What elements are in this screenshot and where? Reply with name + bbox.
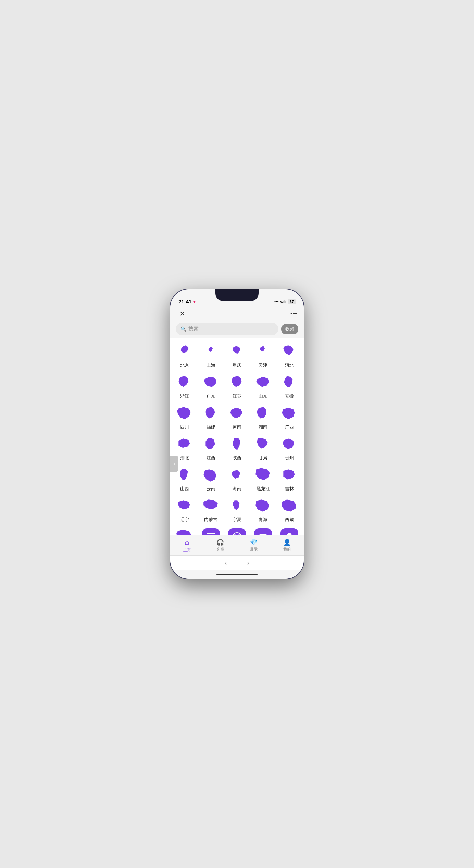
list-item[interactable]: 云南 [198,464,224,495]
jiangxi-label: 江西 [207,455,215,461]
search-area: 🔍 搜索 收藏 [170,322,304,338]
nav-service-label: 客服 [216,547,224,552]
more-button[interactable]: ••• [290,310,297,317]
list-item[interactable]: 看短剧 [224,526,250,535]
henan-label: 河南 [233,424,241,430]
svg-point-5 [234,534,236,535]
shanghai-icon [202,343,220,361]
list-item[interactable]: 新疆 [172,526,198,535]
status-icons: ▪▪▪ wifi 67 [274,299,296,304]
list-item[interactable]: 福建 [198,402,224,433]
home-bar [216,574,258,575]
list-item[interactable]: 黑龙江 [250,464,276,495]
jiangsu-icon [228,374,246,392]
henan-icon [228,405,246,423]
xiangshe-icon [202,528,220,535]
tianjin-label: 天津 [259,362,267,369]
list-item[interactable]: 四川 [172,402,198,433]
liaoning-icon [176,497,194,515]
hunan-icon [254,405,272,423]
collect-button[interactable]: 收藏 [281,324,298,334]
list-item[interactable]: 项目社 [198,526,224,535]
phone-frame: 21:41 ♥ ▪▪▪ wifi 67 ✕ ••• 🔍 搜索 收藏 [170,289,304,579]
main-content: › 北京 上海 [170,338,304,535]
list-item[interactable]: 山东 [250,371,276,402]
list-item[interactable]: 湖南 [250,402,276,433]
search-icon: 🔍 [180,326,186,332]
list-item[interactable]: 吉林 [276,464,302,495]
wifi-icon: wifi [280,299,286,304]
neimenggu-label: 内蒙古 [204,517,217,523]
list-item[interactable]: 江苏 [224,371,250,402]
list-item[interactable]: 安徽 [276,371,302,402]
home-indicator [170,570,304,579]
list-item[interactable]: 广东 [198,371,224,402]
guizhou-icon [280,436,298,454]
list-item[interactable]: 辽宁 [172,495,198,526]
yunnan-icon [202,467,220,484]
fujian-label: 福建 [207,424,215,430]
list-item[interactable]: 陕西 [224,433,250,464]
guangxi-label: 广西 [285,424,294,430]
list-item[interactable]: 甘肃 [250,433,276,464]
svg-point-6 [238,534,240,535]
duanju-icon [228,528,246,535]
sichuan-icon [176,405,194,423]
person-icon: 👤 [283,539,291,546]
guizhou-label: 贵州 [285,455,294,461]
hunan-label: 湖南 [259,424,267,430]
close-button[interactable]: ✕ [177,309,187,319]
chuangye-icon [280,528,298,535]
list-item[interactable]: 北京 [172,340,198,371]
list-item[interactable]: 浙江 [172,371,198,402]
notch [215,289,259,301]
anhui-icon [280,374,298,392]
list-item[interactable]: 内蒙古 [198,495,224,526]
province-grid: 北京 上海 重庆 [170,338,304,535]
back-button[interactable]: ‹ [225,559,227,567]
signal-icon: ▪▪▪ [274,299,279,304]
list-item[interactable]: 海南 [224,464,250,495]
list-item[interactable]: 上海 [198,340,224,371]
beijing-icon [176,343,194,361]
list-item[interactable]: 自媒体 [250,526,276,535]
forward-button[interactable]: › [247,559,249,567]
sichuan-label: 四川 [180,424,189,430]
nav-service[interactable]: 🎧 客服 [204,539,237,552]
ningxia-icon [228,497,246,515]
side-arrow[interactable]: › [170,456,178,472]
list-item[interactable]: 河南 [224,402,250,433]
list-item[interactable]: 江西 [198,433,224,464]
zhejiang-icon [176,374,194,392]
list-item[interactable]: 广西 [276,402,302,433]
list-item[interactable]: 青海 [250,495,276,526]
search-bar[interactable]: 🔍 搜索 [176,323,278,335]
anhui-label: 安徽 [285,393,294,399]
list-item[interactable]: 西藏 [276,495,302,526]
list-item[interactable]: 重庆 [224,340,250,371]
heilongjiang-label: 黑龙江 [257,486,270,492]
home-icon: ⌂ [185,538,189,547]
list-item[interactable]: 宁夏 [224,495,250,526]
zhejiang-label: 浙江 [180,393,189,399]
jiangxi-icon [202,436,220,454]
list-item[interactable]: 创业板块 [276,526,302,535]
time-display: 21:41 [178,299,191,304]
nav-showcase[interactable]: 💎 展示 [237,539,271,552]
xinjiang-icon [176,528,194,535]
list-item[interactable]: 贵州 [276,433,302,464]
hubei-label: 湖北 [180,455,189,461]
list-item[interactable]: 河北 [276,340,302,371]
xizang-label: 西藏 [285,517,294,523]
jilin-label: 吉林 [285,486,294,492]
list-item[interactable]: 天津 [250,340,276,371]
hubei-icon [176,436,194,454]
nav-home[interactable]: ⌂ 主页 [170,538,204,553]
liaoning-label: 辽宁 [180,517,189,523]
nav-profile[interactable]: 👤 我的 [271,539,304,552]
guangdong-icon [202,374,220,392]
shandong-label: 山东 [259,393,267,399]
gansu-label: 甘肃 [259,455,267,461]
beijing-label: 北京 [180,362,189,369]
bottom-nav: ⌂ 主页 🎧 客服 💎 展示 👤 我的 [170,535,304,555]
